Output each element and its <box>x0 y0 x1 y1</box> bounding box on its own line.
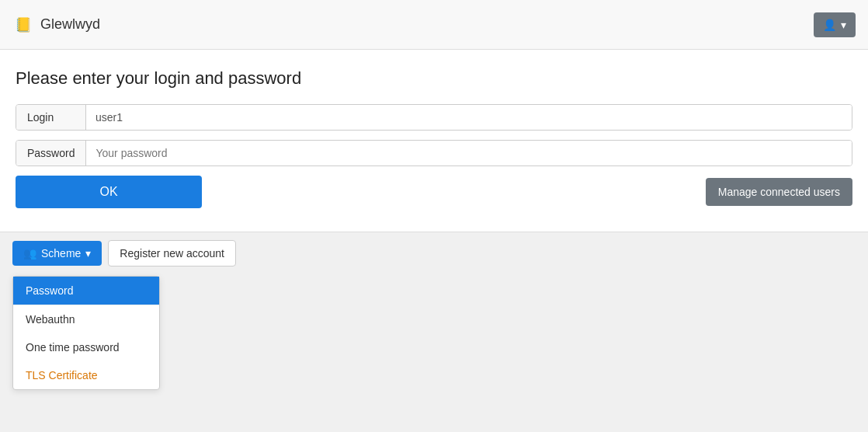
password-label: Password <box>16 141 86 165</box>
manage-users-button[interactable]: Manage connected users <box>706 178 852 206</box>
login-input[interactable] <box>86 105 852 130</box>
dropdown-item-password[interactable]: Password <box>13 277 159 305</box>
page-title: Please enter your login and password <box>16 68 852 89</box>
password-input[interactable] <box>86 141 852 165</box>
scheme-button[interactable]: 👥 Scheme ▾ <box>12 241 102 266</box>
scheme-dropdown: Password Webauthn One time password TLS … <box>12 276 160 390</box>
dropdown-item-tls[interactable]: TLS Certificate <box>13 361 159 389</box>
main-content: Please enter your login and password Log… <box>0 50 868 232</box>
dropdown-item-otp[interactable]: One time password <box>13 333 159 361</box>
password-input-group: Password <box>16 140 852 166</box>
chevron-down-icon: ▾ <box>841 19 846 31</box>
book-icon: 📒 <box>12 14 34 36</box>
bottom-bar: 👥 Scheme ▾ Register new account Password… <box>0 232 868 274</box>
dropdown-item-webauthn[interactable]: Webauthn <box>13 305 159 333</box>
navbar: 📒 Glewlwyd 👤 ▾ <box>0 0 868 50</box>
buttons-row: OK Manage connected users <box>16 176 852 208</box>
chevron-down-icon: ▾ <box>85 247 91 260</box>
login-label: Login <box>16 105 86 130</box>
login-input-group: Login <box>16 104 852 131</box>
ok-button[interactable]: OK <box>16 176 202 208</box>
users-icon: 👥 <box>23 247 36 260</box>
brand: 📒 Glewlwyd <box>12 14 100 36</box>
register-button[interactable]: Register new account <box>108 240 236 267</box>
user-menu-button[interactable]: 👤 ▾ <box>814 12 856 37</box>
brand-label: Glewlwyd <box>40 16 100 33</box>
scheme-button-label: Scheme <box>41 247 81 260</box>
user-icon: 👤 <box>823 19 836 31</box>
